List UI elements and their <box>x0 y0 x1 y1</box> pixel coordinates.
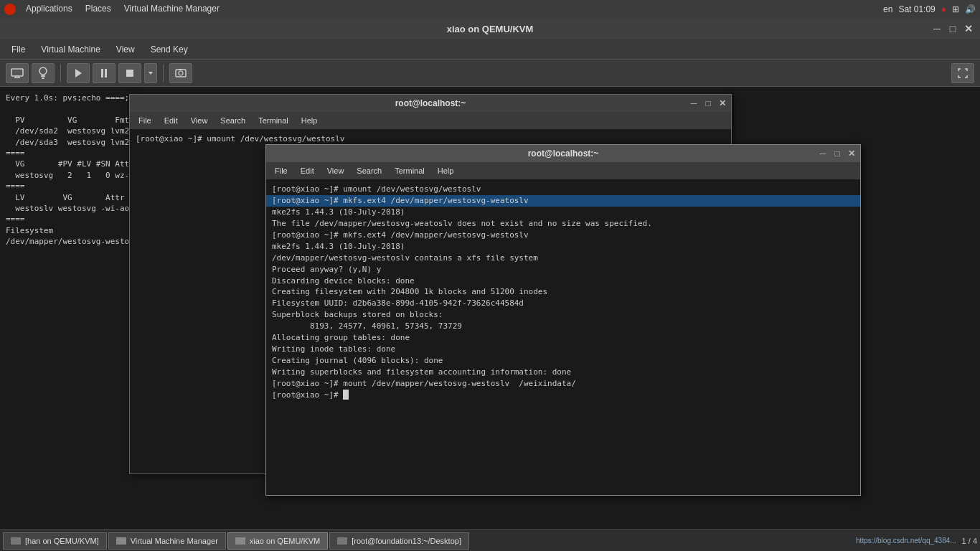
fg-close-1[interactable]: ✕ <box>717 98 728 109</box>
taskbar-icon-xiao <box>235 537 245 545</box>
terminal-line: Creating journal (4096 blocks): done <box>272 355 854 367</box>
screenshot-button[interactable] <box>169 63 192 83</box>
applications-menu[interactable]: Applications <box>20 0 78 18</box>
terminal-line: Creating filesystem with 204800 1k block… <box>272 286 854 298</box>
svg-rect-9 <box>105 69 107 77</box>
terminal-line: [root@xiao ~]# <box>272 390 854 401</box>
svg-point-4 <box>39 67 47 75</box>
play-button[interactable] <box>67 63 90 83</box>
fg-menubar-2: File Edit View Search Terminal Help <box>266 162 860 179</box>
fg-minimize-1[interactable]: ─ <box>688 98 699 109</box>
fg-title-2: root@localhost:~ <box>528 149 599 159</box>
fg-menu-terminal-1[interactable]: Terminal <box>253 115 294 126</box>
svg-rect-10 <box>126 70 133 77</box>
fg-menu-file-1[interactable]: File <box>133 115 157 126</box>
terminal-line: Filesystem UUID: d2b6a38e-899d-4105-942f… <box>272 298 854 309</box>
terminal-line: [root@xiao ~]# umount /dev/westosvg/west… <box>272 184 854 195</box>
fg-menu-terminal-2[interactable]: Terminal <box>389 165 430 176</box>
close-button[interactable]: ✕ <box>963 23 974 34</box>
terminal-line: The file /dev/mapper/westosvg-weatoslv d… <box>272 218 854 230</box>
lightbulb-button[interactable] <box>32 63 55 83</box>
fg-menu-edit-2[interactable]: Edit <box>295 165 320 176</box>
fg-titlebar-1: root@localhost:~ ─ □ ✕ <box>130 95 731 112</box>
fullscreen-button[interactable] <box>951 63 974 83</box>
terminal-line: Writing inode tables: done <box>272 344 854 355</box>
taskbar-icon-foundation <box>337 537 347 545</box>
fg-terminal-content-2[interactable]: [root@xiao ~]# umount /dev/westosvg/west… <box>266 179 860 495</box>
fg-restore-2[interactable]: □ <box>831 148 843 159</box>
svg-rect-8 <box>101 69 103 77</box>
taskbar-item-han[interactable]: [han on QEMU/KVM] <box>3 532 107 550</box>
os-logo-icon <box>4 4 16 15</box>
minimize-button[interactable]: ─ <box>931 23 943 34</box>
taskbar-icon-han <box>11 537 21 545</box>
fg-menu-help-2[interactable]: Help <box>432 165 460 176</box>
fg-menu-view-1[interactable]: View <box>185 115 214 126</box>
terminal-line: Allocating group tables: done <box>272 332 854 344</box>
fg-menu-search-2[interactable]: Search <box>351 165 387 176</box>
taskbar-item-xiao[interactable]: xiao on QEMU/KVM <box>227 532 328 550</box>
terminal-line: Writing superblocks and filesystem accou… <box>272 367 854 378</box>
taskbar-label-han: [han on QEMU/KVM] <box>25 537 99 545</box>
taskbar-item-foundation[interactable]: [root@foundation13:~/Desktop] <box>329 532 469 550</box>
dropdown-arrow-button[interactable] <box>144 63 157 83</box>
vm-title: xiao on QEMU/KVM <box>447 24 534 34</box>
svg-rect-14 <box>179 69 182 70</box>
terminal-line: Discarding device blocks: done <box>272 276 854 287</box>
places-menu[interactable]: Places <box>80 0 117 18</box>
fg-menubar-1: File Edit View Search Terminal Help <box>130 112 731 129</box>
terminal-line: [root@xiao ~]# mount /dev/mapper/westosv… <box>272 378 854 390</box>
stop-button[interactable] <box>118 63 141 83</box>
fg-titlebar-controls-1: ─ □ ✕ <box>688 98 728 109</box>
vm-titlebar: xiao on QEMU/KVM ─ □ ✕ <box>0 18 980 39</box>
stop-dropdown <box>144 63 157 83</box>
language-indicator: en <box>883 4 892 14</box>
vm-window: xiao on QEMU/KVM ─ □ ✕ File Virtual Mach… <box>0 18 980 551</box>
taskbar-url: https://blog.csdn.net/qq_4384... <box>850 537 962 545</box>
vm-manager-menu[interactable]: Virtual Machine Manager <box>118 0 225 18</box>
taskbar: [han on QEMU/KVM] Virtual Machine Manage… <box>0 529 980 551</box>
vm-toolbar <box>0 60 980 87</box>
menu-send-key[interactable]: Send Key <box>143 43 195 56</box>
menu-virtual-machine[interactable]: Virtual Machine <box>34 43 108 56</box>
fg-minimize-2[interactable]: ─ <box>817 148 829 159</box>
terminal-line: Proceed anyway? (y,N) y <box>272 264 854 276</box>
menu-view[interactable]: View <box>109 43 142 56</box>
taskbar-item-vmm[interactable]: Virtual Machine Manager <box>108 532 226 550</box>
toolbar-separator-1 <box>60 65 61 82</box>
taskbar-pages: 1 / 4 <box>962 537 977 545</box>
terminal-line: /dev/mapper/westosvg-westoslv contains a… <box>272 253 854 264</box>
system-bar-right: en Sat 01:09 ● ⊞ 🔊 <box>883 4 976 14</box>
clock: Sat 01:09 <box>898 4 935 14</box>
fg-menu-file-2[interactable]: File <box>269 165 293 176</box>
terminal-line: 8193, 24577, 40961, 57345, 73729 <box>272 321 854 332</box>
taskbar-label-vmm: Virtual Machine Manager <box>131 537 218 545</box>
vm-titlebar-controls: ─ □ ✕ <box>931 23 974 34</box>
taskbar-icon-vmm <box>116 537 126 545</box>
svg-rect-5 <box>41 75 45 77</box>
menu-file[interactable]: File <box>4 43 32 56</box>
taskbar-label-xiao: xiao on QEMU/KVM <box>250 537 320 545</box>
fg-restore-1[interactable]: □ <box>702 98 714 109</box>
fg-menu-search-1[interactable]: Search <box>215 115 251 126</box>
cursor-blink <box>343 390 349 400</box>
fg-menu-edit-1[interactable]: Edit <box>159 115 184 126</box>
restore-button[interactable]: □ <box>947 23 958 34</box>
fg-terminal-window-2: root@localhost:~ ─ □ ✕ File Edit View Se… <box>265 144 861 496</box>
terminal-line: mke2fs 1.44.3 (10-July-2018) <box>272 207 854 218</box>
fg-title-1: root@localhost:~ <box>395 98 466 108</box>
svg-rect-0 <box>11 69 23 76</box>
pause-button[interactable] <box>93 63 116 83</box>
fg-close-2[interactable]: ✕ <box>846 148 857 159</box>
terminal-line: [root@xiao ~]# mkfs.ext4 /dev/mapper/wes… <box>272 230 854 241</box>
fg-menu-help-1[interactable]: Help <box>296 115 324 126</box>
system-bar-left: Applications Places Virtual Machine Mana… <box>4 0 225 18</box>
fg-menu-view-2[interactable]: View <box>321 165 350 176</box>
taskbar-right: https://blog.csdn.net/qq_4384... 1 / 4 <box>850 537 977 545</box>
monitor-button[interactable] <box>6 63 29 83</box>
network-icon: ⊞ <box>952 4 959 14</box>
svg-point-13 <box>179 71 183 75</box>
vm-content: Every 1.0s: pvs;echo ====;vgs;echo ====;… <box>0 87 980 551</box>
fg-titlebar-controls-2: ─ □ ✕ <box>817 148 857 159</box>
svg-marker-11 <box>149 72 153 75</box>
